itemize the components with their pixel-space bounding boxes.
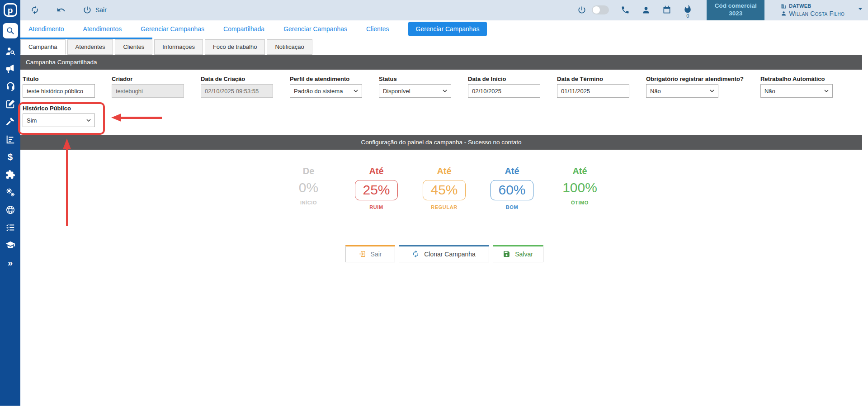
tab-gerenciar-campanhas-active[interactable]: Gerenciar Campanhas bbox=[408, 22, 487, 36]
subtab-campanha[interactable]: Campanha bbox=[20, 39, 66, 55]
chevron-down-icon bbox=[86, 119, 91, 122]
tab-gerenciar-campanhas-1[interactable]: Gerenciar Campanhas bbox=[141, 25, 204, 33]
range-regular: Até 45% REGULAR bbox=[420, 166, 469, 210]
sidebar-item-support[interactable] bbox=[5, 81, 15, 91]
status-select[interactable]: Disponível bbox=[379, 84, 451, 98]
topbar-left-actions: Sair bbox=[20, 5, 107, 14]
range-otimo-label: ÓTIMO bbox=[571, 200, 589, 205]
app-logo[interactable]: p bbox=[0, 0, 20, 20]
phone-icon[interactable] bbox=[621, 5, 630, 14]
save-floppy-icon bbox=[503, 250, 510, 258]
field-data-termino: Data de Término bbox=[557, 76, 629, 98]
calendar-icon[interactable] bbox=[662, 5, 671, 14]
data-termino-input[interactable] bbox=[557, 84, 629, 98]
range-regular-value[interactable]: 45% bbox=[423, 180, 465, 200]
range-ruim-prefix: Até bbox=[369, 166, 383, 176]
titulo-label: Título bbox=[23, 76, 95, 82]
building-icon bbox=[781, 3, 787, 9]
data-inicio-input[interactable] bbox=[468, 84, 540, 98]
sidebar-item-tasks[interactable] bbox=[5, 223, 15, 232]
dollar-icon: $ bbox=[8, 152, 13, 161]
globe-icon bbox=[5, 205, 15, 215]
exit-button-label: Sair bbox=[371, 251, 382, 258]
sidebar-item-billing[interactable]: $ bbox=[5, 152, 15, 162]
account-menu[interactable]: DATWEB Willan Costa Filho bbox=[781, 3, 844, 17]
sidebar-item-search[interactable] bbox=[3, 23, 18, 38]
sidebar-item-settings[interactable] bbox=[5, 187, 15, 197]
sidebar-item-tools[interactable] bbox=[5, 117, 15, 127]
subtab-informacoes[interactable]: Informações bbox=[154, 39, 203, 55]
field-data-inicio: Data de Início bbox=[468, 76, 540, 98]
logout-label: Sair bbox=[95, 6, 107, 14]
subtab-atendentes[interactable]: Atendentes bbox=[67, 39, 113, 55]
sidebar-item-compose[interactable] bbox=[5, 99, 15, 109]
tab-gerenciar-campanhas-2[interactable]: Gerenciar Campanhas bbox=[283, 25, 347, 33]
sidebar-expand-button[interactable]: » bbox=[5, 258, 15, 268]
user-name: Willan Costa Filho bbox=[789, 10, 844, 17]
availability-toggle[interactable] bbox=[592, 5, 609, 14]
flame-counter[interactable]: 0 bbox=[683, 5, 692, 19]
retrabalho-select-value: Não bbox=[764, 88, 775, 95]
perfil-select[interactable]: Padrão do sistema bbox=[290, 84, 362, 98]
session-power-icon[interactable] bbox=[577, 5, 586, 14]
tab-compartilhada[interactable]: Compartilhada bbox=[223, 25, 264, 33]
report-chart-icon bbox=[5, 134, 15, 144]
search-icon bbox=[6, 26, 15, 35]
range-otimo-value: 100% bbox=[562, 180, 597, 196]
range-otimo: Até 100% ÓTIMO bbox=[555, 166, 605, 210]
exit-button[interactable]: Sair bbox=[345, 245, 395, 262]
refresh-button[interactable] bbox=[30, 5, 39, 14]
field-data-criacao: Data de Criação bbox=[201, 76, 273, 98]
success-range-panel: De 0% INÍCIO Até 25% RUIM Até 45% REGULA… bbox=[20, 166, 868, 210]
save-button[interactable]: Salvar bbox=[493, 245, 543, 262]
subtab-notificacao[interactable]: Notificação bbox=[267, 39, 312, 55]
range-ruim-value[interactable]: 25% bbox=[355, 180, 397, 200]
commercial-code-label: Cód comercial bbox=[715, 2, 757, 10]
sidebar-item-reports[interactable] bbox=[5, 134, 15, 144]
app-window: p Sair bbox=[0, 0, 868, 412]
annotation-arrow-vertical-head bbox=[63, 138, 71, 149]
historico-select[interactable]: Sim bbox=[23, 114, 95, 127]
obrigatorio-select-value: Não bbox=[650, 88, 661, 95]
action-buttons: Sair Clonar Campanha Salvar bbox=[20, 245, 868, 262]
chevron-down-icon bbox=[710, 90, 714, 92]
sub-tab-bar: Campanha Atendentes Clientes Informações… bbox=[20, 39, 868, 55]
compose-icon bbox=[5, 99, 15, 109]
range-inicio-value: 0% bbox=[299, 180, 318, 196]
range-inicio-prefix: De bbox=[303, 166, 315, 176]
tab-clientes[interactable]: Clientes bbox=[366, 25, 389, 33]
sidebar: $ » bbox=[0, 20, 20, 406]
clone-campaign-button[interactable]: Clonar Campanha bbox=[399, 245, 489, 262]
tab-atendimentos[interactable]: Atendimentos bbox=[83, 25, 122, 33]
topbar-right-actions: 0 Cód comercial 3023 DATWEB Willan Costa… bbox=[577, 0, 868, 20]
refresh-icon bbox=[30, 5, 39, 14]
user-icon bbox=[781, 10, 787, 16]
range-regular-prefix: Até bbox=[437, 166, 451, 176]
range-bom: Até 60% BOM bbox=[487, 166, 537, 210]
chevron-down-icon bbox=[824, 90, 829, 92]
sign-out-icon bbox=[359, 250, 366, 258]
sidebar-item-web[interactable] bbox=[5, 205, 15, 215]
obrigatorio-select[interactable]: Não bbox=[646, 84, 718, 98]
logout-button[interactable]: Sair bbox=[83, 5, 107, 14]
undo-button[interactable] bbox=[57, 5, 66, 14]
section-header: Campanha Compartilhada bbox=[20, 55, 862, 70]
sidebar-item-training[interactable] bbox=[5, 240, 15, 250]
subtab-foco-de-trabalho[interactable]: Foco de trabalho bbox=[205, 39, 265, 55]
subtab-clientes[interactable]: Clientes bbox=[115, 39, 152, 55]
range-bom-value[interactable]: 60% bbox=[491, 180, 533, 200]
flame-count-badge: 0 bbox=[686, 14, 689, 19]
titulo-input[interactable] bbox=[23, 84, 95, 98]
tab-atendimento[interactable]: Atendimento bbox=[28, 25, 64, 33]
account-chevron-icon[interactable] bbox=[857, 6, 863, 14]
sidebar-item-integrations[interactable] bbox=[5, 170, 15, 180]
range-ruim: Até 25% RUIM bbox=[352, 166, 401, 210]
person-icon[interactable] bbox=[642, 5, 651, 14]
sidebar-item-campaigns[interactable] bbox=[5, 64, 15, 74]
field-perfil-atendimento: Perfil de atendimento Padrão do sistema bbox=[290, 76, 362, 98]
retrabalho-select[interactable]: Não bbox=[760, 84, 833, 98]
range-inicio: De 0% INÍCIO bbox=[284, 166, 334, 210]
sidebar-item-user-search[interactable] bbox=[5, 46, 15, 56]
range-bom-prefix: Até bbox=[505, 166, 519, 176]
campaign-form-row: Título Criador Data de Criação Perfil de… bbox=[20, 70, 868, 98]
